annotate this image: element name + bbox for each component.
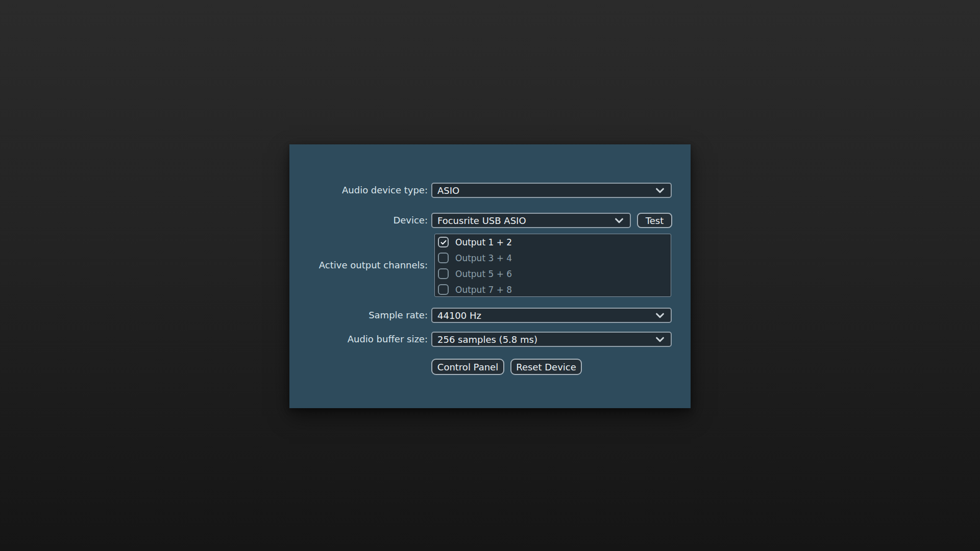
checkbox-icon[interactable] <box>438 237 449 247</box>
active-output-channels-list: Output 1 + 2 Output 3 + 4 Output 5 + 6 O… <box>434 234 671 297</box>
channel-label: Output 1 + 2 <box>455 237 512 247</box>
test-button[interactable]: Test <box>637 213 672 228</box>
device-dropdown[interactable]: Focusrite USB ASIO <box>431 213 631 228</box>
channel-label: Output 3 + 4 <box>455 253 512 263</box>
active-output-channels-label: Active output channels: <box>289 258 428 273</box>
channel-label: Output 7 + 8 <box>455 285 512 295</box>
channel-row[interactable]: Output 5 + 6 <box>435 266 671 282</box>
sample-rate-label: Sample rate: <box>289 308 428 323</box>
channel-row[interactable]: Output 1 + 2 <box>435 234 671 250</box>
sample-rate-value: 44100 Hz <box>432 310 654 321</box>
audio-device-type-dropdown[interactable]: ASIO <box>431 183 672 198</box>
chevron-down-icon <box>654 185 666 196</box>
reset-device-button[interactable]: Reset Device <box>510 359 582 375</box>
control-panel-button[interactable]: Control Panel <box>431 359 504 375</box>
chevron-down-icon <box>654 334 666 345</box>
channel-label: Output 5 + 6 <box>455 269 512 279</box>
chevron-down-icon <box>654 310 666 321</box>
audio-buffer-size-label: Audio buffer size: <box>289 332 428 347</box>
chevron-down-icon <box>614 215 625 226</box>
audio-settings-panel: Audio device type: ASIO Device: Focusrit… <box>289 144 691 408</box>
checkbox-icon[interactable] <box>438 284 449 295</box>
audio-buffer-size-value: 256 samples (5.8 ms) <box>432 334 654 345</box>
audio-device-type-label: Audio device type: <box>289 183 428 198</box>
channel-row[interactable]: Output 3 + 4 <box>435 250 671 266</box>
device-label: Device: <box>289 213 428 228</box>
sample-rate-dropdown[interactable]: 44100 Hz <box>431 308 672 323</box>
channel-row[interactable]: Output 7 + 8 <box>435 282 671 297</box>
audio-buffer-size-dropdown[interactable]: 256 samples (5.8 ms) <box>431 332 672 347</box>
device-value: Focusrite USB ASIO <box>432 215 614 226</box>
checkbox-icon[interactable] <box>438 268 449 279</box>
audio-device-type-value: ASIO <box>432 185 654 196</box>
checkbox-icon[interactable] <box>438 253 449 263</box>
